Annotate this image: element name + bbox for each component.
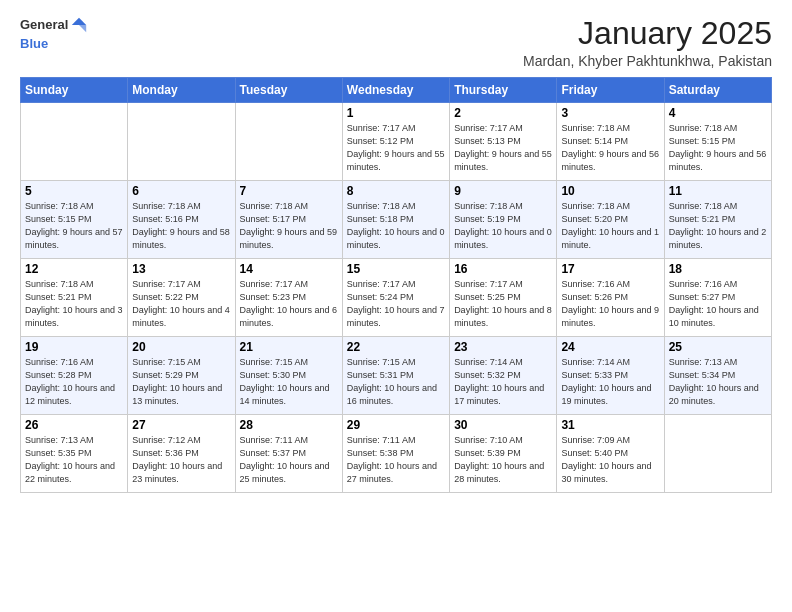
day-detail: Sunrise: 7:18 AM Sunset: 5:18 PM Dayligh… — [347, 200, 445, 252]
day-number: 18 — [669, 262, 767, 276]
calendar-week-row: 26Sunrise: 7:13 AM Sunset: 5:35 PM Dayli… — [21, 415, 772, 493]
day-detail: Sunrise: 7:15 AM Sunset: 5:31 PM Dayligh… — [347, 356, 445, 408]
day-number: 3 — [561, 106, 659, 120]
calendar-cell: 16Sunrise: 7:17 AM Sunset: 5:25 PM Dayli… — [450, 259, 557, 337]
calendar-cell: 18Sunrise: 7:16 AM Sunset: 5:27 PM Dayli… — [664, 259, 771, 337]
day-detail: Sunrise: 7:17 AM Sunset: 5:24 PM Dayligh… — [347, 278, 445, 330]
day-number: 9 — [454, 184, 552, 198]
day-detail: Sunrise: 7:18 AM Sunset: 5:14 PM Dayligh… — [561, 122, 659, 174]
logo-icon — [70, 16, 88, 34]
calendar-week-row: 5Sunrise: 7:18 AM Sunset: 5:15 PM Daylig… — [21, 181, 772, 259]
day-number: 5 — [25, 184, 123, 198]
day-number: 17 — [561, 262, 659, 276]
calendar-cell: 11Sunrise: 7:18 AM Sunset: 5:21 PM Dayli… — [664, 181, 771, 259]
day-number: 24 — [561, 340, 659, 354]
day-detail: Sunrise: 7:09 AM Sunset: 5:40 PM Dayligh… — [561, 434, 659, 486]
day-detail: Sunrise: 7:16 AM Sunset: 5:28 PM Dayligh… — [25, 356, 123, 408]
calendar-cell: 9Sunrise: 7:18 AM Sunset: 5:19 PM Daylig… — [450, 181, 557, 259]
day-detail: Sunrise: 7:18 AM Sunset: 5:21 PM Dayligh… — [25, 278, 123, 330]
calendar-cell: 5Sunrise: 7:18 AM Sunset: 5:15 PM Daylig… — [21, 181, 128, 259]
day-detail: Sunrise: 7:11 AM Sunset: 5:37 PM Dayligh… — [240, 434, 338, 486]
calendar-cell: 14Sunrise: 7:17 AM Sunset: 5:23 PM Dayli… — [235, 259, 342, 337]
page-container: General Blue January 2025 Mardan, Khyber… — [0, 0, 792, 503]
day-detail: Sunrise: 7:11 AM Sunset: 5:38 PM Dayligh… — [347, 434, 445, 486]
day-number: 25 — [669, 340, 767, 354]
calendar-cell: 23Sunrise: 7:14 AM Sunset: 5:32 PM Dayli… — [450, 337, 557, 415]
day-number: 13 — [132, 262, 230, 276]
calendar-cell: 13Sunrise: 7:17 AM Sunset: 5:22 PM Dayli… — [128, 259, 235, 337]
calendar-cell: 28Sunrise: 7:11 AM Sunset: 5:37 PM Dayli… — [235, 415, 342, 493]
header: General Blue January 2025 Mardan, Khyber… — [20, 16, 772, 69]
day-detail: Sunrise: 7:15 AM Sunset: 5:29 PM Dayligh… — [132, 356, 230, 408]
logo-general: General — [20, 17, 68, 33]
day-detail: Sunrise: 7:18 AM Sunset: 5:17 PM Dayligh… — [240, 200, 338, 252]
weekday-header: Sunday — [21, 78, 128, 103]
day-detail: Sunrise: 7:16 AM Sunset: 5:26 PM Dayligh… — [561, 278, 659, 330]
calendar-cell — [235, 103, 342, 181]
day-number: 22 — [347, 340, 445, 354]
calendar-week-row: 1Sunrise: 7:17 AM Sunset: 5:12 PM Daylig… — [21, 103, 772, 181]
day-number: 20 — [132, 340, 230, 354]
day-number: 27 — [132, 418, 230, 432]
day-number: 26 — [25, 418, 123, 432]
weekday-header: Wednesday — [342, 78, 449, 103]
day-number: 2 — [454, 106, 552, 120]
day-detail: Sunrise: 7:18 AM Sunset: 5:16 PM Dayligh… — [132, 200, 230, 252]
svg-marker-1 — [79, 25, 86, 32]
day-number: 1 — [347, 106, 445, 120]
day-number: 10 — [561, 184, 659, 198]
weekday-header: Friday — [557, 78, 664, 103]
day-number: 6 — [132, 184, 230, 198]
day-detail: Sunrise: 7:15 AM Sunset: 5:30 PM Dayligh… — [240, 356, 338, 408]
svg-marker-0 — [72, 18, 86, 25]
calendar-cell: 4Sunrise: 7:18 AM Sunset: 5:15 PM Daylig… — [664, 103, 771, 181]
day-detail: Sunrise: 7:12 AM Sunset: 5:36 PM Dayligh… — [132, 434, 230, 486]
month-title: January 2025 — [523, 16, 772, 51]
weekday-header: Saturday — [664, 78, 771, 103]
day-number: 15 — [347, 262, 445, 276]
calendar-cell: 30Sunrise: 7:10 AM Sunset: 5:39 PM Dayli… — [450, 415, 557, 493]
calendar-cell: 8Sunrise: 7:18 AM Sunset: 5:18 PM Daylig… — [342, 181, 449, 259]
calendar-cell — [664, 415, 771, 493]
weekday-header: Tuesday — [235, 78, 342, 103]
day-detail: Sunrise: 7:18 AM Sunset: 5:19 PM Dayligh… — [454, 200, 552, 252]
day-number: 19 — [25, 340, 123, 354]
day-detail: Sunrise: 7:13 AM Sunset: 5:35 PM Dayligh… — [25, 434, 123, 486]
day-number: 23 — [454, 340, 552, 354]
day-detail: Sunrise: 7:17 AM Sunset: 5:13 PM Dayligh… — [454, 122, 552, 174]
calendar-cell — [128, 103, 235, 181]
logo-blue: Blue — [20, 36, 48, 51]
calendar-cell — [21, 103, 128, 181]
day-number: 16 — [454, 262, 552, 276]
calendar-cell: 22Sunrise: 7:15 AM Sunset: 5:31 PM Dayli… — [342, 337, 449, 415]
calendar-week-row: 12Sunrise: 7:18 AM Sunset: 5:21 PM Dayli… — [21, 259, 772, 337]
calendar-cell: 27Sunrise: 7:12 AM Sunset: 5:36 PM Dayli… — [128, 415, 235, 493]
calendar-cell: 3Sunrise: 7:18 AM Sunset: 5:14 PM Daylig… — [557, 103, 664, 181]
calendar-cell: 1Sunrise: 7:17 AM Sunset: 5:12 PM Daylig… — [342, 103, 449, 181]
day-number: 28 — [240, 418, 338, 432]
day-number: 7 — [240, 184, 338, 198]
calendar-cell: 17Sunrise: 7:16 AM Sunset: 5:26 PM Dayli… — [557, 259, 664, 337]
day-detail: Sunrise: 7:17 AM Sunset: 5:22 PM Dayligh… — [132, 278, 230, 330]
calendar-table: SundayMondayTuesdayWednesdayThursdayFrid… — [20, 77, 772, 493]
calendar-cell: 15Sunrise: 7:17 AM Sunset: 5:24 PM Dayli… — [342, 259, 449, 337]
weekday-header: Monday — [128, 78, 235, 103]
day-detail: Sunrise: 7:18 AM Sunset: 5:20 PM Dayligh… — [561, 200, 659, 252]
calendar-header-row: SundayMondayTuesdayWednesdayThursdayFrid… — [21, 78, 772, 103]
weekday-header: Thursday — [450, 78, 557, 103]
day-number: 31 — [561, 418, 659, 432]
calendar-cell: 20Sunrise: 7:15 AM Sunset: 5:29 PM Dayli… — [128, 337, 235, 415]
day-number: 4 — [669, 106, 767, 120]
day-number: 11 — [669, 184, 767, 198]
calendar-cell: 2Sunrise: 7:17 AM Sunset: 5:13 PM Daylig… — [450, 103, 557, 181]
day-detail: Sunrise: 7:16 AM Sunset: 5:27 PM Dayligh… — [669, 278, 767, 330]
calendar-cell: 31Sunrise: 7:09 AM Sunset: 5:40 PM Dayli… — [557, 415, 664, 493]
day-detail: Sunrise: 7:17 AM Sunset: 5:12 PM Dayligh… — [347, 122, 445, 174]
day-detail: Sunrise: 7:18 AM Sunset: 5:15 PM Dayligh… — [25, 200, 123, 252]
day-detail: Sunrise: 7:14 AM Sunset: 5:32 PM Dayligh… — [454, 356, 552, 408]
day-detail: Sunrise: 7:17 AM Sunset: 5:25 PM Dayligh… — [454, 278, 552, 330]
day-number: 12 — [25, 262, 123, 276]
calendar-cell: 26Sunrise: 7:13 AM Sunset: 5:35 PM Dayli… — [21, 415, 128, 493]
day-detail: Sunrise: 7:10 AM Sunset: 5:39 PM Dayligh… — [454, 434, 552, 486]
calendar-cell: 24Sunrise: 7:14 AM Sunset: 5:33 PM Dayli… — [557, 337, 664, 415]
